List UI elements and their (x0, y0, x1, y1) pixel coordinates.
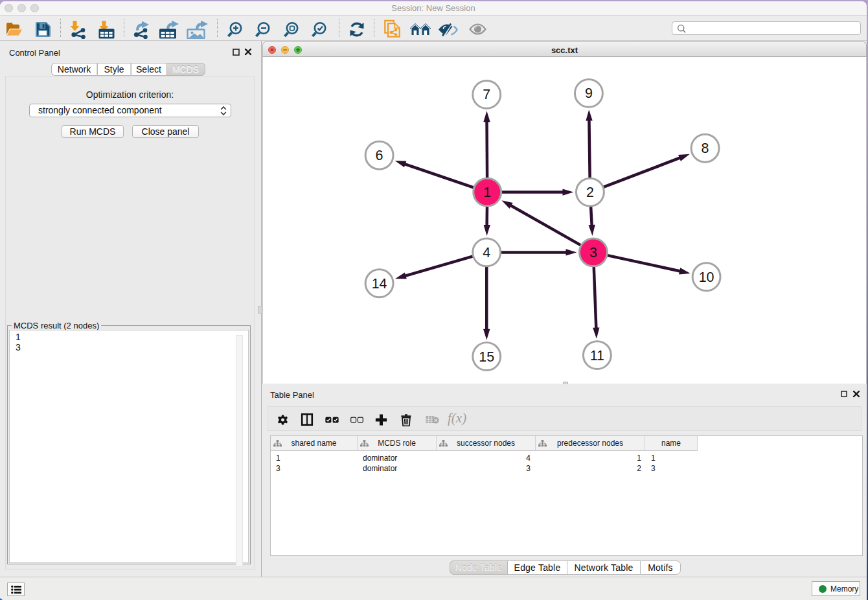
svg-text:6: 6 (376, 148, 383, 163)
svg-text:11: 11 (590, 348, 604, 363)
svg-text:1: 1 (483, 185, 491, 200)
svg-text:15: 15 (479, 349, 494, 365)
svg-text:3: 3 (589, 245, 597, 260)
svg-text:10: 10 (699, 270, 714, 285)
svg-text:14: 14 (372, 276, 387, 292)
svg-text:9: 9 (585, 86, 593, 101)
svg-text:2: 2 (586, 185, 594, 200)
svg-text:8: 8 (702, 141, 709, 156)
svg-text:7: 7 (483, 87, 490, 102)
svg-text:4: 4 (483, 245, 490, 260)
